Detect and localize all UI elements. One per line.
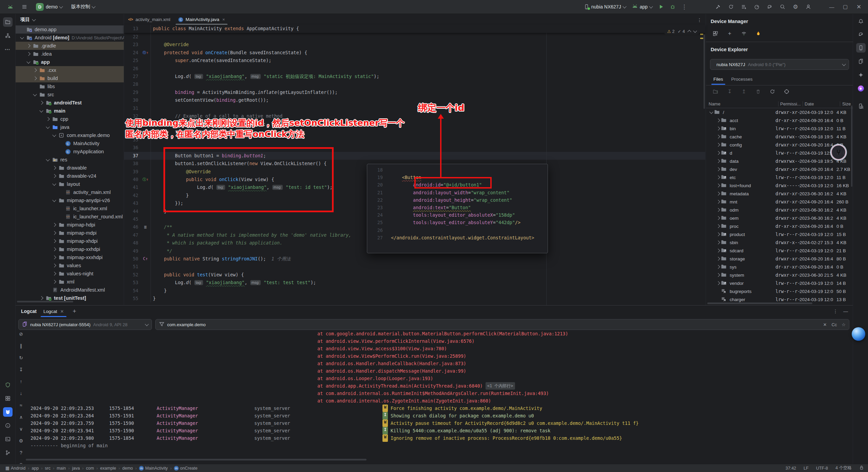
tree-item-ic_launcher_round.xml[interactable]: </>ic_launcher_round.xml: [16, 213, 124, 221]
file-row-sys[interactable]: sysdr-xr-xr-x2024-09-20 16:40 B: [706, 263, 853, 271]
pause-logcat-icon[interactable]: ∥: [16, 341, 26, 351]
tree-chevron-icon[interactable]: [38, 110, 44, 112]
minimize-icon[interactable]: —: [826, 2, 837, 12]
file-table-hscrollbar[interactable]: [707, 302, 812, 304]
file-row-data[interactable]: datadrwxrwx--x2024-09-18 19:54 KB: [706, 157, 853, 165]
column-header-Permissi...[interactable]: Permissi...: [778, 101, 803, 106]
logcat-device-select[interactable]: nubia NX627J (emulator-5554) Android 9, …: [18, 319, 152, 330]
file-row-oem[interactable]: oemdrwxr-xr-x2023-06-30 16:24 KB: [706, 214, 853, 222]
tree-item-values-night[interactable]: values-night: [16, 270, 124, 278]
firebase-icon[interactable]: [753, 29, 763, 38]
tree-item-res[interactable]: res: [16, 156, 124, 164]
scroll-to-end-icon[interactable]: ↧: [16, 365, 26, 374]
tree-chevron-icon[interactable]: [32, 77, 38, 80]
expand-all-icon[interactable]: ∨: [16, 424, 26, 434]
breadcrumb-app[interactable]: app: [32, 466, 39, 471]
tree-item-mipmap-anydpi-v26[interactable]: mipmap-anydpi-v26: [16, 196, 124, 204]
column-header-Date[interactable]: Date: [803, 101, 840, 106]
logcat-filter-input[interactable]: com.example.demo ✕ Cc ☆: [155, 319, 849, 330]
collapse-all-icon[interactable]: ∧: [16, 412, 26, 422]
build-variants-icon[interactable]: [3, 380, 13, 390]
tree-chevron-icon[interactable]: [51, 240, 57, 242]
tree-chevron-icon[interactable]: [32, 69, 38, 72]
device-manager-icon[interactable]: [856, 57, 866, 66]
file-row-mnt[interactable]: mntdrwxr-xr-x2024-09-20 16:4260 B: [706, 198, 853, 206]
tree-item-mipmap-hdpi[interactable]: mipmap-hdpi: [16, 221, 124, 229]
tree-chevron-icon[interactable]: [45, 159, 51, 161]
next-occurrence-icon[interactable]: ↓: [16, 389, 26, 398]
upload-icon[interactable]: ↥: [739, 87, 749, 96]
breadcrumb-Android[interactable]: Android: [11, 466, 25, 471]
gradle-icon[interactable]: [856, 29, 866, 39]
next-issue-icon[interactable]: [693, 29, 697, 33]
tree-chevron-icon[interactable]: [25, 44, 32, 47]
close-tab-icon[interactable]: ✕: [60, 309, 64, 314]
editor-scrollbar[interactable]: [704, 34, 705, 109]
tree-item-xml[interactable]: xml: [16, 278, 124, 286]
breadcrumb-onCreate[interactable]: monCreate: [174, 466, 197, 471]
sync-icon[interactable]: [768, 87, 777, 96]
tree-item-values[interactable]: values: [16, 261, 124, 270]
tree-item-.cxx[interactable]: .cxx: [16, 66, 124, 74]
file-row-proc[interactable]: procdr-xr-xr-x2024-09-20 16:40 B: [706, 222, 853, 230]
run-button[interactable]: [656, 2, 666, 12]
tree-item-MainActivity[interactable]: CMainActivity: [16, 139, 124, 148]
tree-chevron-icon[interactable]: [51, 166, 57, 169]
tree-chevron-icon[interactable]: [51, 280, 57, 283]
logcat-help-icon[interactable]: ?: [16, 448, 26, 457]
project-folder-icon[interactable]: [3, 17, 13, 27]
column-header-Name[interactable]: Name: [706, 101, 778, 106]
more-actions-icon[interactable]: ⋮: [679, 2, 689, 12]
project-tree-hscrollbar[interactable]: [17, 301, 73, 302]
caret-position[interactable]: 37:42: [786, 466, 796, 471]
tree-chevron-icon[interactable]: [51, 256, 57, 259]
tool-window-toggle-icon[interactable]: ▦: [4, 465, 11, 471]
tree-item-java[interactable]: java: [16, 123, 124, 131]
line-ending[interactable]: LF: [804, 466, 809, 471]
tree-item-Android[interactable]: Android [demo]D:\Android Studio\Project\…: [16, 34, 124, 42]
account-icon[interactable]: [804, 2, 813, 12]
restart-logcat-icon[interactable]: ↻: [16, 353, 26, 362]
tab-MainActivity.java[interactable]: CMainActivity.java×: [174, 14, 229, 25]
tree-item-main[interactable]: main: [16, 107, 124, 115]
goto-icon[interactable]: [782, 87, 791, 96]
structure-icon[interactable]: [3, 31, 13, 40]
sync-gradle-icon[interactable]: [726, 2, 736, 12]
build-variants-icon[interactable]: [739, 2, 749, 12]
problems-icon[interactable]: [3, 421, 13, 430]
file-row-sdcard[interactable]: sdcardlrw-r--r--2024-03-19 12:021 B: [706, 247, 853, 255]
tree-item-app[interactable]: app: [16, 58, 124, 66]
breadcrumb-src[interactable]: src: [45, 466, 51, 471]
breadcrumb-MainActivity[interactable]: mMainActivity: [139, 466, 168, 471]
file-row-etc[interactable]: etclrw-r--r--2024-03-19 12:011 B: [706, 173, 853, 181]
tab-processes[interactable]: Processes: [728, 74, 756, 84]
main-menu-icon[interactable]: [20, 2, 29, 12]
clear-filter-icon[interactable]: ✕: [823, 322, 827, 327]
tree-chevron-icon[interactable]: [38, 297, 44, 299]
prev-issue-icon[interactable]: [687, 30, 691, 34]
tree-item-mipmap-xhdpi[interactable]: mipmap-xhdpi: [16, 237, 124, 245]
tree-item-layout[interactable]: layout: [16, 180, 124, 188]
tree-item-.gradle[interactable]: .gradle: [16, 42, 124, 50]
previous-occurrence-icon[interactable]: ↑: [16, 377, 26, 386]
tree-item-mipmap-xxhdpi[interactable]: mipmap-xxhdpi: [16, 245, 124, 253]
breadcrumb-java[interactable]: java: [72, 466, 80, 471]
tree-chevron-icon[interactable]: [38, 101, 44, 104]
indent-setting[interactable]: 4 个空格: [835, 465, 852, 471]
ai-assistant-icon[interactable]: [856, 70, 866, 80]
tree-chevron-icon[interactable]: [25, 61, 32, 63]
tree-item-myApplication[interactable]: CmyApplication: [16, 148, 124, 156]
logcat-tab[interactable]: Logcat✕: [40, 306, 67, 317]
tree-chevron-icon[interactable]: [45, 126, 51, 128]
tree-chevron-icon[interactable]: [51, 264, 57, 267]
tree-chevron-icon[interactable]: [51, 183, 57, 185]
lock-icon[interactable]: [859, 465, 864, 471]
logcat-output[interactable]: at com.google.android.material.button.Ma…: [31, 330, 849, 457]
logcat-caption[interactable]: Logcat: [21, 309, 37, 314]
breadcrumb-demo[interactable]: demo: [122, 466, 133, 471]
tree-item-mipmap-mdpi[interactable]: mipmap-mdpi: [16, 229, 124, 237]
file-row-product[interactable]: productlrw-r--r--2024-03-19 12:015 B: [706, 230, 853, 238]
device-explorer-device-select[interactable]: nubia NX627J Android 9.0 ("Pie"): [710, 59, 849, 70]
file-row-bugreports[interactable]: bugreportslrw-r--r--2024-03-19 12:050 B: [706, 287, 853, 295]
tab-activity_main.xml[interactable]: </>activity_main.xml: [124, 14, 174, 25]
